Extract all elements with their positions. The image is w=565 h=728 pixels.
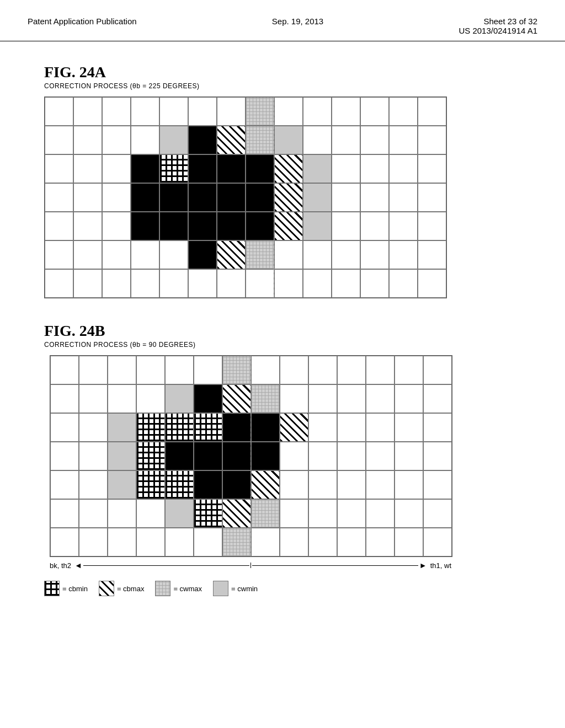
grid-cell [251, 499, 280, 528]
grid-cell [136, 470, 165, 499]
grid-cell [45, 269, 73, 298]
grid-row [45, 240, 446, 269]
legend-cbmin-label: = cbmin [62, 585, 88, 593]
grid-cell [395, 413, 423, 442]
grid-cell [423, 499, 452, 528]
grid-cell [73, 154, 102, 183]
grid-cell [251, 442, 280, 470]
grid-row [50, 384, 452, 413]
grid-cell [395, 384, 423, 413]
grid-cell [217, 269, 246, 298]
grid-cell [389, 240, 418, 269]
header-date: Sep. 19, 2013 [272, 17, 323, 26]
grid-cell [246, 154, 274, 183]
grid-cell [280, 413, 308, 442]
grid-cell [308, 356, 337, 384]
grid-cell [159, 240, 188, 269]
grid-cell [165, 356, 194, 384]
grid-cell [332, 126, 360, 154]
grid-cell [418, 269, 446, 298]
grid-cell [188, 183, 217, 212]
grid-cell [280, 528, 308, 556]
grid-cell [188, 212, 217, 240]
grid-cell [366, 356, 395, 384]
grid-cell [222, 442, 251, 470]
arrow-left-label: bk, th2 [50, 561, 71, 570]
grid-cell [50, 499, 79, 528]
grid-cell [73, 183, 102, 212]
grid-cell [45, 126, 73, 154]
grid-cell [280, 356, 308, 384]
grid-cell [395, 356, 423, 384]
legend-cwmax: = cwmax [155, 581, 202, 596]
grid-cell [246, 183, 274, 212]
grid-cell [308, 442, 337, 470]
grid-row [50, 528, 452, 556]
page-header: Patent Application Publication Sep. 19, … [0, 0, 565, 41]
fig-24a-subtitle: CORRECTION PROCESS (θb = 225 DEGREES) [44, 82, 521, 90]
grid-cell [79, 499, 108, 528]
grid-cell [159, 269, 188, 298]
legend-cwmax-label: = cwmax [173, 585, 202, 593]
grid-cell [217, 126, 246, 154]
grid-cell [418, 97, 446, 126]
grid-cell [222, 384, 251, 413]
grid-cell [418, 183, 446, 212]
grid-cell [389, 154, 418, 183]
grid-cell [251, 528, 280, 556]
grid-cell [423, 413, 452, 442]
grid-cell [194, 528, 222, 556]
grid-cell [50, 356, 79, 384]
grid-cell [395, 470, 423, 499]
grid-cell [337, 413, 366, 442]
grid-cell [274, 154, 303, 183]
grid-row [45, 269, 446, 298]
grid-cell [423, 470, 452, 499]
grid-cell [188, 240, 217, 269]
grid-cell [337, 499, 366, 528]
grid-cell [423, 442, 452, 470]
grid-cell [45, 240, 73, 269]
grid-cell [102, 126, 131, 154]
grid-cell [45, 97, 73, 126]
grid-cell [360, 269, 389, 298]
grid-cell [102, 183, 131, 212]
grid-row [45, 126, 446, 154]
grid-cell [131, 126, 159, 154]
grid-cell [194, 499, 222, 528]
grid-cell [136, 384, 165, 413]
fig-24b-grid [50, 355, 452, 557]
fig-24a-grid [44, 97, 447, 298]
grid-cell [165, 384, 194, 413]
grid-cell [79, 470, 108, 499]
grid-cell [418, 212, 446, 240]
legend: = cbmin = cbmax = cwmax = cwmin [44, 581, 521, 596]
grid-cell [308, 413, 337, 442]
legend-cwmax-icon [155, 581, 170, 596]
arrow-section: bk, th2 ◄ ► th1, wt [50, 561, 451, 570]
grid-cell [332, 269, 360, 298]
figure-24a: FIG. 24A CORRECTION PROCESS (θb = 225 DE… [44, 63, 521, 300]
grid-cell [418, 240, 446, 269]
legend-cbmin: = cbmin [44, 581, 88, 596]
grid-cell [50, 442, 79, 470]
grid-cell [303, 212, 332, 240]
header-sheet-patent: Sheet 23 of 32 US 2013/0241914 A1 [459, 17, 537, 35]
grid-cell [274, 126, 303, 154]
grid-row [45, 212, 446, 240]
grid-cell [165, 442, 194, 470]
legend-cbmin-icon [44, 581, 60, 596]
grid-row [45, 183, 446, 212]
grid-cell [360, 126, 389, 154]
grid-cell [280, 442, 308, 470]
fig-24b-title: FIG. 24B [44, 322, 521, 340]
grid-cell [308, 499, 337, 528]
grid-row [50, 413, 452, 442]
grid-cell [389, 212, 418, 240]
grid-cell [280, 499, 308, 528]
legend-cwmin-label: = cwmin [231, 585, 258, 593]
grid-cell [222, 413, 251, 442]
grid-cell [222, 528, 251, 556]
grid-cell [366, 528, 395, 556]
grid-cell [337, 470, 366, 499]
